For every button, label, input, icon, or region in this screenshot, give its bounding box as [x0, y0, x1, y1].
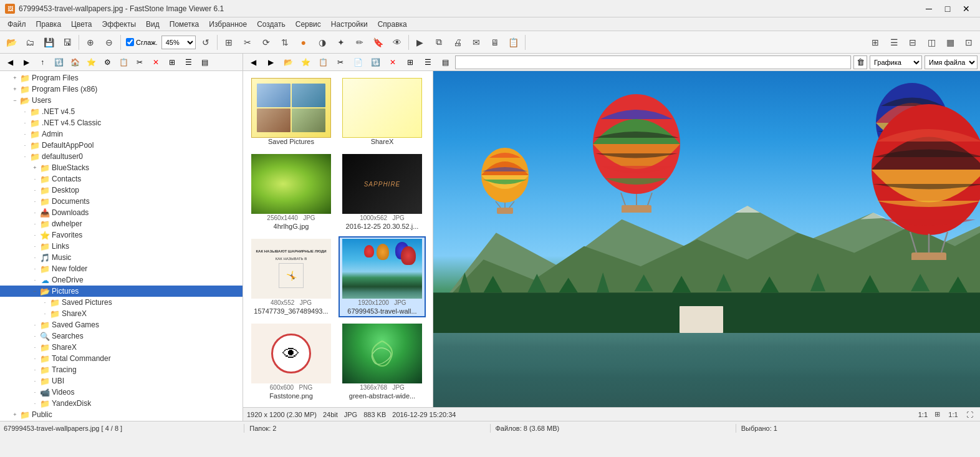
tree-item-yandexdisk[interactable]: · 📁 YandexDisk [0, 398, 243, 409]
tree-item-saved-games[interactable]: · 📁 Saved Games [0, 319, 243, 330]
draw-button[interactable]: ✏ [351, 34, 368, 51]
tree-item-new-folder[interactable]: · 📁 New folder [0, 263, 243, 274]
tree-up-button[interactable]: ↑ [35, 55, 50, 69]
menu-effects[interactable]: Эффекты [97, 19, 142, 30]
expander[interactable]: + [10, 410, 20, 420]
expander[interactable]: · [40, 309, 50, 319]
open-button[interactable]: 📂 [2, 34, 20, 51]
expander[interactable]: · [40, 297, 50, 307]
watermark-button[interactable]: 🔖 [370, 34, 387, 51]
smooth-check-input[interactable] [126, 38, 134, 46]
tree-item-downloads[interactable]: · 📥 Downloads [0, 207, 243, 218]
thumbnail-panel[interactable]: Saved Pictures ShareX [243, 71, 433, 407]
expander[interactable]: + [30, 163, 40, 173]
tree-item-defaultuser0[interactable]: · 📁 defaultuser0 [0, 151, 243, 162]
path-nav-10[interactable]: ▤ [438, 55, 453, 69]
smooth-checkbox[interactable]: Сглаж. [123, 38, 160, 46]
tree-item-net45classic[interactable]: · 📁 .NET v4.5 Classic [0, 117, 243, 128]
tree-item-onedrive[interactable]: · ☁ OneDrive [0, 274, 243, 286]
path-nav-1[interactable]: 📂 [281, 55, 295, 69]
tree-item-defaultapppool[interactable]: · 📁 DefaultAppPool [0, 140, 243, 151]
tree-item-bluestacks[interactable]: + 📁 BlueStacks [0, 162, 243, 173]
tree-item-contacts[interactable]: · 📁 Contacts [0, 173, 243, 185]
menu-tools[interactable]: Сервис [291, 19, 326, 30]
expander[interactable]: · [20, 140, 30, 150]
menu-view[interactable]: Вид [141, 19, 165, 30]
expander[interactable]: · [30, 253, 40, 262]
expander[interactable]: · [30, 174, 40, 184]
rotate-left-button[interactable]: ↺ [197, 34, 214, 51]
expander[interactable]: · [30, 365, 40, 375]
tree-item-ubi[interactable]: · 📁 UBI [0, 375, 243, 387]
tree-move-button[interactable]: ✂ [132, 55, 147, 69]
expander[interactable]: · [30, 230, 40, 240]
red-eye-button[interactable]: 👁 [388, 34, 406, 51]
expander[interactable]: − [10, 95, 20, 105]
thumb-2016-screenshot[interactable]: SAPPHIRE 1000x562 JPG 2016-12-25 20.30.5… [339, 152, 426, 233]
tree-item-program-files-x86[interactable]: + 📁 Program Files (x86) [0, 84, 243, 95]
email-button[interactable]: ✉ [468, 34, 485, 51]
expander[interactable]: · [30, 264, 40, 274]
fullscreen-button[interactable]: ⛶ [963, 409, 976, 420]
tree-item-users[interactable]: − 📂 Users [0, 95, 243, 106]
view-mode-6[interactable]: ⊡ [960, 34, 978, 51]
expander[interactable]: · [20, 118, 30, 128]
expander[interactable]: · [20, 107, 30, 117]
tree-list-button[interactable]: ☰ [181, 55, 196, 69]
crop-button[interactable]: ✂ [239, 34, 256, 51]
sharpen-button[interactable]: ✦ [332, 34, 350, 51]
tree-item-pictures[interactable]: − 📂 Pictures [0, 286, 243, 297]
path-trash-button[interactable]: 🗑 [853, 55, 867, 69]
slideshow-button[interactable]: ▶ [411, 34, 429, 51]
expander[interactable]: · [30, 185, 40, 195]
path-forward-button[interactable]: ▶ [263, 55, 278, 69]
rotate-right-button[interactable]: ⟳ [257, 34, 275, 51]
expander[interactable]: + [10, 73, 20, 83]
menu-file[interactable]: Файл [2, 19, 31, 30]
menu-help[interactable]: Справка [373, 19, 412, 30]
close-button[interactable]: ✕ [958, 2, 975, 15]
path-nav-6[interactable]: 🔃 [368, 55, 383, 69]
view-mode-2[interactable]: ☰ [885, 34, 903, 51]
tree-item-admin[interactable]: · 📁 Admin [0, 128, 243, 140]
expander[interactable]: · [20, 129, 30, 139]
flip-button[interactable]: ⇅ [276, 34, 294, 51]
expander[interactable]: · [30, 196, 40, 206]
contrast-button[interactable]: ◑ [314, 34, 331, 51]
tree-grid-button[interactable]: ⊞ [165, 55, 180, 69]
wallpaper-button[interactable]: 🖥 [486, 34, 504, 51]
expander[interactable]: · [30, 354, 40, 363]
tree-item-videos[interactable]: · 📹 Videos [0, 387, 243, 398]
path-nav-5[interactable]: 📄 [350, 55, 365, 69]
expander[interactable]: · [30, 208, 40, 218]
tree-item-documents[interactable]: · 📁 Documents [0, 196, 243, 207]
save-button[interactable]: 💾 [40, 34, 57, 51]
thumb-4hrlhgg[interactable]: 2560x1440 JPG 4hrlhgG.jpg [247, 152, 335, 233]
thumb-green-abstract[interactable]: 1366x768 JPG green-abstract-wide... [339, 321, 426, 402]
save-as-button[interactable]: 🖫 [59, 34, 76, 51]
tree-item-windows[interactable]: · 📁 Windows [0, 420, 243, 421]
path-back-button[interactable]: ◀ [246, 55, 261, 69]
file-tree[interactable]: + 📁 Program Files + 📁 Program Files (x86… [0, 71, 243, 421]
menu-colors[interactable]: Цвета [66, 19, 97, 30]
type-filter-select[interactable]: Графика Все файлы [870, 55, 922, 69]
expander[interactable]: · [30, 241, 40, 251]
tree-item-searches[interactable]: · 🔍 Searches [0, 330, 243, 342]
menu-mark[interactable]: Пометка [165, 19, 204, 30]
tree-item-public[interactable]: + 📁 Public [0, 409, 243, 420]
expander[interactable]: · [30, 331, 40, 341]
zoom-out-button[interactable]: ⊖ [100, 34, 118, 51]
path-nav-2[interactable]: ⭐ [298, 55, 313, 69]
tree-forward-button[interactable]: ▶ [19, 55, 34, 69]
tree-back-button[interactable]: ◀ [2, 55, 17, 69]
expander[interactable]: · [30, 320, 40, 330]
tree-detail-button[interactable]: ▤ [197, 55, 212, 69]
thumb-travel-wallpaper[interactable]: 1920x1200 JPG 67999453-travel-wall... [339, 236, 426, 317]
expander[interactable]: · [30, 398, 40, 408]
menu-edit[interactable]: Правка [31, 19, 67, 30]
view-mode-1[interactable]: ⊞ [867, 34, 884, 51]
path-nav-7[interactable]: ✕ [385, 55, 400, 69]
menu-settings[interactable]: Настройки [326, 19, 373, 30]
thumb-15747739[interactable]: КАК НАЗЫВАЮТ ШАРНИРНЫЕ ЛЮДИ КАК НАЗЫВАТЬ… [247, 236, 335, 317]
color-button[interactable]: ● [295, 34, 312, 51]
